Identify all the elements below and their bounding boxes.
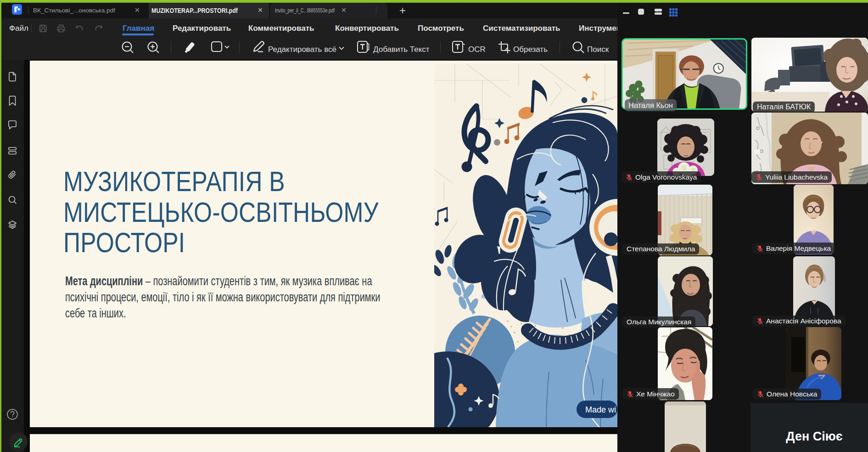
svg-text:Made wi: Made wi (585, 405, 616, 414)
